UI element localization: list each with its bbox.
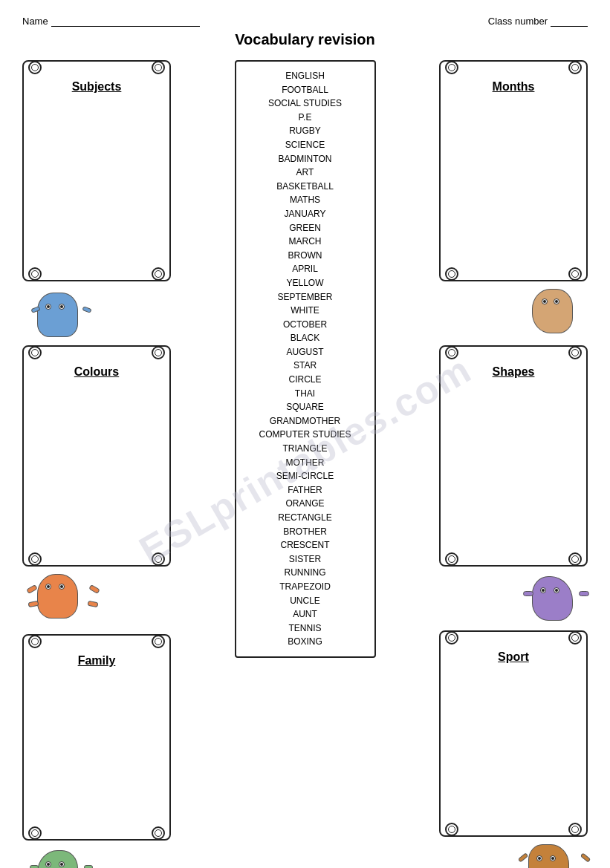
word-list-item: AUNT bbox=[251, 607, 360, 621]
center-column: ENGLISHFOOTBALLSOCIAL STUDIESP.ERUGBYSCI… bbox=[175, 60, 435, 658]
word-list-item: BOXING bbox=[251, 635, 360, 649]
word-list-item: CIRCLE bbox=[251, 373, 360, 387]
shapes-curl-tr bbox=[568, 346, 582, 359]
word-list-item: SEMI-CIRCLE bbox=[251, 469, 360, 483]
months-curl-tl bbox=[445, 61, 458, 74]
word-list-item: GREEN bbox=[251, 221, 360, 235]
family-scroll-top bbox=[24, 635, 169, 648]
subjects-scroll-bottom bbox=[24, 267, 169, 281]
class-line bbox=[551, 15, 588, 27]
monster-subjects-area bbox=[22, 285, 171, 341]
scroll-curl-tr bbox=[152, 61, 165, 74]
right-column: Months bbox=[439, 60, 588, 868]
months-curl-tr bbox=[568, 61, 582, 74]
months-scroll-top bbox=[441, 61, 586, 74]
shapes-scroll-bottom bbox=[441, 552, 586, 566]
page-title: Vocabulary revision bbox=[22, 31, 588, 48]
word-list-item: ENGLISH bbox=[251, 69, 360, 83]
class-area: Class number bbox=[488, 15, 588, 27]
colours-panel: Colours bbox=[22, 345, 171, 567]
monster-months-area bbox=[439, 285, 588, 341]
shapes-title: Shapes bbox=[450, 365, 577, 379]
monster-family-area bbox=[22, 844, 171, 868]
monster-cave bbox=[532, 285, 580, 341]
sport-curl-tl bbox=[445, 631, 458, 645]
subjects-title: Subjects bbox=[33, 80, 160, 94]
word-list-item: SEPTEMBER bbox=[251, 290, 360, 304]
word-list-item: BADMINTON bbox=[251, 152, 360, 166]
monster-orange bbox=[37, 570, 89, 630]
word-list-box: ENGLISHFOOTBALLSOCIAL STUDIESP.ERUGBYSCI… bbox=[235, 60, 376, 658]
word-list-item: TENNIS bbox=[251, 621, 360, 636]
word-list-item: SCIENCE bbox=[251, 138, 360, 152]
months-block: Months bbox=[439, 60, 588, 341]
months-scroll-bottom bbox=[441, 267, 586, 281]
colours-scroll-top bbox=[24, 346, 169, 359]
word-list-item: RUNNING bbox=[251, 566, 360, 580]
shapes-panel: Shapes bbox=[439, 345, 588, 567]
word-list-item: CRESCENT bbox=[251, 538, 360, 552]
word-list-item: OCTOBER bbox=[251, 318, 360, 332]
colours-scroll-bottom bbox=[24, 552, 169, 566]
word-list-item: TRIANGLE bbox=[251, 442, 360, 456]
shapes-block: Shapes bbox=[439, 345, 588, 626]
word-list-item: MOTHER bbox=[251, 456, 360, 470]
shapes-curl-br bbox=[568, 552, 582, 566]
months-curl-bl bbox=[445, 267, 458, 281]
sport-curl-br bbox=[568, 823, 582, 836]
family-scroll-bottom bbox=[24, 826, 169, 840]
family-curl-tl bbox=[28, 635, 42, 648]
word-list-item: ART bbox=[251, 166, 360, 180]
colours-title: Colours bbox=[33, 365, 160, 379]
word-list-item: THAI bbox=[251, 387, 360, 401]
colours-block: Colours bbox=[22, 345, 171, 630]
word-list-item: SQUARE bbox=[251, 400, 360, 414]
name-label: Name bbox=[22, 16, 48, 27]
word-list-item: RECTANGLE bbox=[251, 511, 360, 525]
page: Name Class number Vocabulary revision ES… bbox=[0, 0, 610, 868]
word-list-item: ORANGE bbox=[251, 497, 360, 511]
family-title: Family bbox=[33, 654, 160, 668]
monster-colours-area bbox=[22, 570, 171, 630]
word-list-item: MATHS bbox=[251, 193, 360, 207]
family-content: Family bbox=[24, 648, 169, 826]
subjects-panel: Subjects bbox=[22, 60, 171, 281]
colours-content: Colours bbox=[24, 359, 169, 552]
word-list-item: AUGUST bbox=[251, 345, 360, 359]
family-curl-br bbox=[152, 826, 165, 840]
word-list-item: BROTHER bbox=[251, 525, 360, 539]
word-list-item: STAR bbox=[251, 359, 360, 373]
subjects-block: Subjects bbox=[22, 60, 171, 341]
monster-blue bbox=[37, 285, 85, 341]
months-curl-br bbox=[568, 267, 582, 281]
word-list-item: COMPUTER STUDIES bbox=[251, 428, 360, 442]
months-panel: Months bbox=[439, 60, 588, 281]
colours-curl-br bbox=[152, 552, 165, 566]
word-list-item: BROWN bbox=[251, 249, 360, 263]
scroll-curl-bl bbox=[28, 267, 42, 281]
word-list-item: RUGBY bbox=[251, 124, 360, 138]
scroll-curl-tl bbox=[28, 61, 42, 74]
subjects-content: Subjects bbox=[24, 74, 169, 267]
monster-shapes-area bbox=[439, 570, 588, 626]
colours-curl-bl bbox=[28, 552, 42, 566]
sport-content: Sport bbox=[441, 645, 586, 823]
word-list-item: FATHER bbox=[251, 483, 360, 497]
sport-curl-tr bbox=[568, 631, 582, 645]
class-label: Class number bbox=[488, 16, 548, 27]
sport-curl-bl bbox=[445, 823, 458, 836]
shapes-curl-tl bbox=[445, 346, 458, 359]
sport-scroll-top bbox=[441, 631, 586, 645]
word-list-item: YELLOW bbox=[251, 276, 360, 290]
monster-sport-area bbox=[439, 841, 588, 868]
family-curl-tr bbox=[152, 635, 165, 648]
shapes-curl-bl bbox=[445, 552, 458, 566]
scroll-curl-br bbox=[152, 267, 165, 281]
shapes-scroll-top bbox=[441, 346, 586, 359]
name-area: Name bbox=[22, 15, 200, 27]
sport-scroll-bottom bbox=[441, 823, 586, 836]
main-layout: Subjects bbox=[22, 60, 588, 868]
name-line bbox=[51, 15, 200, 27]
word-list-item: BASKETBALL bbox=[251, 180, 360, 194]
family-curl-bl bbox=[28, 826, 42, 840]
